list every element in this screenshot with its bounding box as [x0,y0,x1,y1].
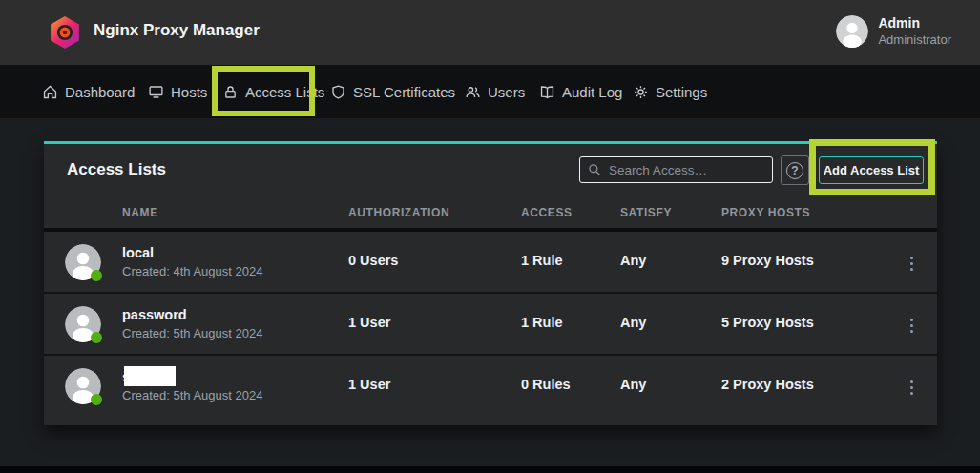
proxy-hosts-value: 2 Proxy Hosts [721,377,814,392]
lock-icon [222,84,239,100]
row-menu-kebab-icon[interactable] [901,375,922,400]
redaction-overlay [124,366,176,386]
satisfy-value: Any [620,315,646,330]
proxy-hosts-value: 9 Proxy Hosts [721,253,814,268]
book-icon [539,84,555,100]
column-header-satisfy: SATISFY [620,206,672,219]
created-date: Created: 5th August 2024 [122,387,262,405]
help-icon: ? [786,162,803,179]
user-name: Admin [878,15,951,32]
app-title: Nginx Proxy Manager [94,21,260,40]
table-row: password Created: 5th August 2024 1 User… [44,294,937,356]
row-avatar [65,368,101,404]
help-button[interactable]: ? [781,155,809,185]
nav-item-access-lists[interactable]: Access Lists [222,65,324,118]
access-value: 1 Rule [521,253,563,268]
app-logo-icon [48,15,82,50]
column-header-authorization: AUTHORIZATION [348,206,449,219]
user-role: Administrator [878,32,951,48]
nav-item-audit-log[interactable]: Audit Log [539,65,622,118]
panel-header: Access Lists ? Add Access List [44,144,937,195]
column-header-access: ACCESS [521,206,573,219]
access-value: 1 Rule [521,315,563,330]
column-header-proxy-hosts: PROXY HOSTS [721,206,810,219]
nav-label: Users [488,84,525,100]
nav-label: Hosts [171,84,207,100]
nav-label: Settings [656,84,707,100]
nav-label: SSL Certificates [353,84,455,100]
nav-label: Dashboard [65,84,135,100]
authorization-value: 0 Users [348,253,398,268]
bottom-edge-strip [0,466,980,473]
authorization-value: 1 User [348,315,390,330]
add-access-list-button[interactable]: Add Access List [819,156,924,184]
user-avatar [836,15,868,48]
nav-item-ssl-certificates[interactable]: SSL Certificates [330,65,455,118]
created-date: Created: 5th August 2024 [122,325,262,343]
online-status-dot [91,394,102,405]
search-box [579,156,773,183]
created-date: Created: 4th August 2024 [122,263,262,281]
satisfy-value: Any [620,253,646,268]
row-menu-kebab-icon[interactable] [901,251,922,276]
online-status-dot [91,332,102,343]
nav-item-dashboard[interactable]: Dashboard [42,65,135,118]
gear-icon [633,84,649,100]
proxy-hosts-value: 5 Proxy Hosts [721,315,814,330]
top-header-bar: Nginx Proxy Manager Admin Administrator [0,0,980,65]
user-menu[interactable]: Admin Administrator [836,15,951,48]
nav-item-users[interactable]: Users [465,65,525,118]
home-icon [42,84,58,100]
row-avatar [65,306,101,342]
satisfy-value: Any [620,377,646,392]
main-nav: Dashboard Hosts Access Lists SSL Certifi… [0,65,980,118]
nav-label: Access Lists [245,84,324,100]
page-title: Access Lists [67,160,166,179]
monitor-icon [148,84,164,100]
access-value: 0 Rules [521,377,571,392]
online-status-dot [91,270,102,281]
access-lists-panel: Access Lists ? Add Access List NAME AUTH… [44,141,937,425]
users-icon [465,84,481,100]
table-row: local Created: 4th August 2024 0 Users 1… [44,232,937,294]
column-header-name: NAME [122,206,158,219]
search-icon [588,162,601,177]
authorization-value: 1 User [348,377,390,392]
row-avatar [65,244,101,280]
nav-item-hosts[interactable]: Hosts [148,65,207,118]
nav-item-settings[interactable]: Settings [633,65,707,118]
table-row: sn Created: 5th August 2024 1 User 0 Rul… [44,356,937,419]
access-list-name[interactable]: password [122,305,262,325]
nav-label: Audit Log [562,84,622,100]
row-menu-kebab-icon[interactable] [901,313,922,338]
search-input[interactable] [609,163,764,177]
shield-icon [330,84,346,100]
access-list-name[interactable]: local [122,243,262,263]
table-header-row: NAME AUTHORIZATION ACCESS SATISFY PROXY … [44,195,937,232]
